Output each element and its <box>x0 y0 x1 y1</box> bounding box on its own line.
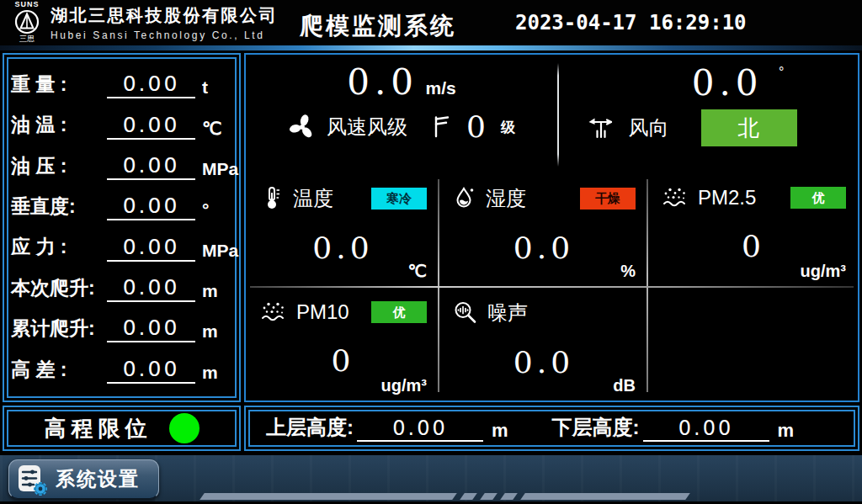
tile-unit: % <box>620 262 636 281</box>
lower-height-label: 下层高度: <box>552 414 640 443</box>
measurement-row: 重 量 :0.00t <box>11 72 231 98</box>
lower-height-unit: m <box>778 420 795 443</box>
wind-direction-unit: ° <box>779 65 784 79</box>
upper-height-value: 0.00 <box>357 416 483 442</box>
env-tile-温度: 温度寒冷0.0℃ <box>246 172 439 286</box>
measurement-value: 0.00 <box>107 316 195 342</box>
measurement-unit: ° <box>202 200 231 220</box>
status-badge: 寒冷 <box>371 188 427 210</box>
lower-height-value: 0.00 <box>643 416 769 442</box>
layer-heights-box: 上层高度: 0.00 m 下层高度: 0.00 m <box>244 406 859 451</box>
sansi-logo-icon <box>14 9 40 34</box>
measurement-label: 累计爬升: <box>11 318 105 342</box>
humidity-drop-icon <box>452 185 477 212</box>
tile-label: PM10 <box>296 300 349 324</box>
measurement-label: 应 力 : <box>11 236 105 261</box>
tile-value: 0.0 <box>259 231 427 265</box>
dust-icon <box>259 300 288 325</box>
measurement-unit: t <box>202 78 231 98</box>
measurement-label: 垂直度: <box>11 196 105 220</box>
measurement-unit: MPa <box>202 160 231 180</box>
measurements-panel: 重 量 :0.00t油 温 :0.00℃油 压 :0.00MPa垂直度:0.00… <box>3 53 241 402</box>
env-tile-empty <box>647 286 858 401</box>
tile-unit: ug/m³ <box>801 262 846 281</box>
thermometer-icon <box>259 185 285 212</box>
tile-value: 0 <box>259 343 427 378</box>
measurement-label: 油 温 : <box>11 114 105 139</box>
company-name-cn: 湖北三思科技股份有限公司 <box>51 4 278 27</box>
company-block: 湖北三思科技股份有限公司 Hubei Sansi Technology Co.,… <box>51 4 278 41</box>
measurement-value: 0.00 <box>107 113 195 140</box>
wind-speed-label: 风速风级 <box>327 114 407 141</box>
measurement-value: 0.00 <box>107 357 195 384</box>
header-accent-line <box>0 45 862 50</box>
header: SUNS 三思 湖北三思科技股份有限公司 Hubei Sansi Technol… <box>0 0 862 45</box>
wind-level-unit: 级 <box>501 118 515 137</box>
page-title: 爬模监测系统 <box>300 10 456 42</box>
dust-icon <box>661 185 689 210</box>
measurement-unit: m <box>202 282 231 302</box>
measurement-row: 本次爬升:0.00m <box>11 275 231 302</box>
tile-unit: ℃ <box>408 261 427 281</box>
tile-value: 0.0 <box>452 345 636 379</box>
settings-sliders-gear-icon <box>16 463 48 496</box>
tile-value: 0 <box>661 229 846 263</box>
tile-label: 湿度 <box>486 185 526 212</box>
wind-speed-value: 0.0 <box>347 61 418 103</box>
logo: SUNS 三思 <box>7 1 47 43</box>
measurement-unit: m <box>202 322 231 342</box>
measurement-label: 重 量 : <box>11 74 105 98</box>
environment-panel: 0.0 m/s 风速风级 <box>244 53 859 402</box>
system-settings-label: 系统设置 <box>56 466 140 492</box>
wind-direction-badge: 北 <box>701 109 797 146</box>
measurement-row: 应 力 :0.00MPa <box>11 235 231 262</box>
noise-icon <box>452 300 479 326</box>
measurement-row: 油 压 :0.00MPa <box>11 153 231 180</box>
measurement-label: 本次爬升: <box>11 278 105 302</box>
upper-height-group: 上层高度: 0.00 m <box>266 414 552 443</box>
elevation-limit-status-light <box>169 413 200 443</box>
measurement-row: 油 温 :0.00℃ <box>11 113 231 140</box>
measurement-value: 0.00 <box>107 194 195 220</box>
wind-speed-unit: m/s <box>426 78 456 98</box>
tile-label: 噪声 <box>487 300 528 326</box>
wind-direction-section: 0.0 ° 风向 北 <box>559 55 858 172</box>
measurement-row: 高 差 :0.00m <box>11 357 231 384</box>
status-badge: 优 <box>371 301 427 323</box>
system-settings-button[interactable]: 系统设置 <box>8 459 159 499</box>
wind-level-value: 0 <box>466 112 486 142</box>
wind-speed-section: 0.0 m/s 风速风级 <box>246 55 557 172</box>
fan-icon <box>288 113 317 141</box>
env-tile-噪声: 噪声0.0dB <box>439 286 647 401</box>
tile-unit: dB <box>613 376 636 395</box>
env-tile-湿度: 湿度干燥0.0% <box>439 172 647 286</box>
wind-direction-value: 0.0 <box>692 62 764 103</box>
wind-vane-icon <box>587 114 617 141</box>
measurement-label: 油 压 : <box>11 156 105 180</box>
measurement-label: 高 差 : <box>11 359 105 384</box>
wind-row: 0.0 m/s 风速风级 <box>246 55 858 172</box>
status-badge: 优 <box>790 187 846 209</box>
measurement-value: 0.00 <box>107 275 195 302</box>
env-tiles-grid: 温度寒冷0.0℃湿度干燥0.0%PM2.5优0ug/m³PM10优0ug/m³噪… <box>246 172 858 401</box>
datetime-display: 2023-04-17 16:29:10 <box>515 11 747 34</box>
logo-top-text: SUNS <box>7 1 47 8</box>
measurement-value: 0.00 <box>107 153 195 180</box>
taskbar-deco-stripe <box>202 493 688 500</box>
elevation-limit-label: 高程限位 <box>45 414 152 443</box>
measurement-unit: MPa <box>202 241 231 262</box>
tile-value: 0.0 <box>452 231 636 265</box>
tile-unit: ug/m³ <box>381 376 427 395</box>
upper-height-label: 上层高度: <box>266 414 354 443</box>
tile-label: 温度 <box>293 185 333 212</box>
wind-level-flag-icon <box>429 114 451 140</box>
env-tile-pm2.5: PM2.5优0ug/m³ <box>647 172 858 286</box>
measurement-row: 累计爬升:0.00m <box>11 316 231 342</box>
climbing-formwork-monitor-screen: SUNS 三思 湖北三思科技股份有限公司 Hubei Sansi Technol… <box>0 0 862 504</box>
lower-height-group: 下层高度: 0.00 m <box>552 414 838 443</box>
status-badge: 干燥 <box>580 188 636 210</box>
measurement-row: 垂直度:0.00° <box>11 194 231 220</box>
company-name-en: Hubei Sansi Technology Co., Ltd <box>51 29 278 41</box>
measurement-value: 0.00 <box>107 235 195 262</box>
measurement-unit: ℃ <box>202 119 231 140</box>
